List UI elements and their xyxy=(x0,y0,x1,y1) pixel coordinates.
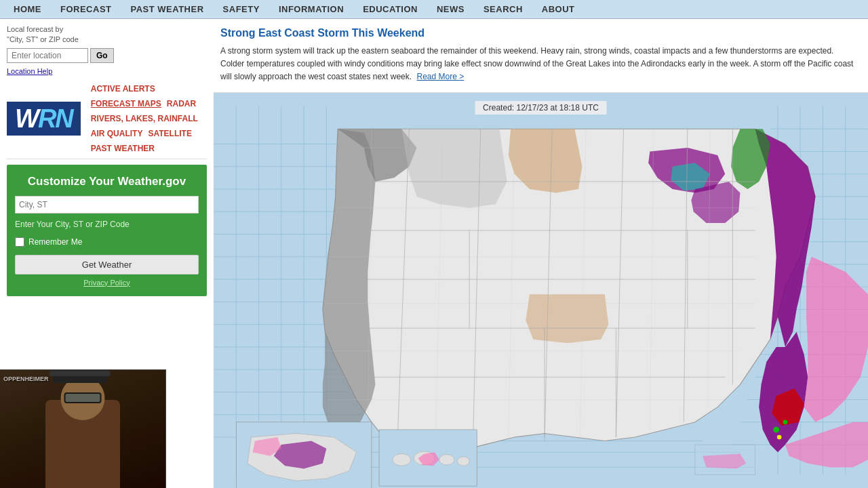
svg-point-77 xyxy=(457,456,469,465)
remember-me-row: Remember Me xyxy=(15,237,199,247)
news-title: Strong East Coast Storm This Weekend xyxy=(220,27,854,39)
nav-home[interactable]: HOME xyxy=(14,4,41,14)
remember-me-label: Remember Me xyxy=(28,237,82,247)
wrn-logo: WRN xyxy=(7,102,81,136)
customize-desc: Enter Your City, ST or ZIP Code xyxy=(15,219,199,230)
nav-forecast[interactable]: FORECAST xyxy=(60,4,112,14)
get-weather-button[interactable]: Get Weather xyxy=(15,255,199,274)
nav-safety[interactable]: SAFETY xyxy=(223,4,260,14)
svg-point-69 xyxy=(773,426,779,432)
nav-about[interactable]: ABOUT xyxy=(542,4,575,14)
svg-point-74 xyxy=(393,453,411,466)
secondary-nav-rivers[interactable]: RIVERS, LAKES, RAINFALL xyxy=(91,114,198,123)
svg-point-71 xyxy=(777,434,782,439)
customize-box: Customize Your Weather.gov Enter Your Ci… xyxy=(7,165,207,296)
secondary-nav-forecast-maps[interactable]: FORECAST MAPS xyxy=(91,99,161,108)
location-help-link[interactable]: Location Help xyxy=(7,67,52,75)
go-button[interactable]: Go xyxy=(90,48,114,63)
right-column: Strong East Coast Storm This Weekend A s… xyxy=(214,19,868,488)
news-section: Strong East Coast Storm This Weekend A s… xyxy=(214,19,868,93)
privacy-policy-link[interactable]: Privacy Policy xyxy=(15,279,199,287)
secondary-nav-air-quality[interactable]: AIR QUALITY xyxy=(91,129,143,138)
nav-education[interactable]: EDUCATION xyxy=(363,4,418,14)
secondary-nav-past-weather[interactable]: PAST WEATHER xyxy=(91,144,155,153)
video-hat-brim xyxy=(50,371,111,376)
nav-past-weather[interactable]: PAST WEATHER xyxy=(131,4,204,14)
us-map-svg xyxy=(214,93,868,488)
top-nav: HOME FORECAST PAST WEATHER SAFETY INFORM… xyxy=(0,0,868,19)
nav-information[interactable]: INFORMATION xyxy=(279,4,344,14)
secondary-nav: ACTIVE ALERTS FORECAST MAPS RADAR RIVERS… xyxy=(91,84,207,153)
local-forecast-box: Local forecast by"City, ST" or ZIP code … xyxy=(7,24,207,76)
nav-news[interactable]: NEWS xyxy=(437,4,465,14)
nav-search[interactable]: SEARCH xyxy=(484,4,523,14)
secondary-nav-radar[interactable]: RADAR xyxy=(167,99,196,108)
brand-secondary-row: WRN ACTIVE ALERTS FORECAST MAPS RADAR RI… xyxy=(7,84,207,159)
svg-point-76 xyxy=(439,454,454,465)
customize-title: Customize Your Weather.gov xyxy=(15,174,199,189)
local-forecast-label: Local forecast by"City, ST" or ZIP code xyxy=(7,24,207,45)
map-timestamp: Created: 12/17/23 at 18:18 UTC xyxy=(475,101,607,115)
map-container: Created: 12/17/23 at 18:18 UTC xyxy=(214,93,868,488)
video-glasses xyxy=(64,392,102,403)
remember-me-checkbox[interactable] xyxy=(15,237,24,247)
secondary-nav-satellite[interactable]: SATELLITE xyxy=(148,129,191,138)
location-input[interactable] xyxy=(7,48,88,63)
video-thumbnail: OPPENHEIMER xyxy=(0,369,166,488)
video-inner: OPPENHEIMER xyxy=(0,370,165,488)
svg-point-70 xyxy=(783,420,788,424)
video-brand-overlay: OPPENHEIMER xyxy=(3,375,49,382)
news-body: A strong storm system will track up the … xyxy=(220,45,854,84)
secondary-nav-active-alerts[interactable]: ACTIVE ALERTS xyxy=(91,84,155,94)
city-st-input[interactable] xyxy=(15,196,199,214)
read-more-link[interactable]: Read More > xyxy=(416,72,464,81)
